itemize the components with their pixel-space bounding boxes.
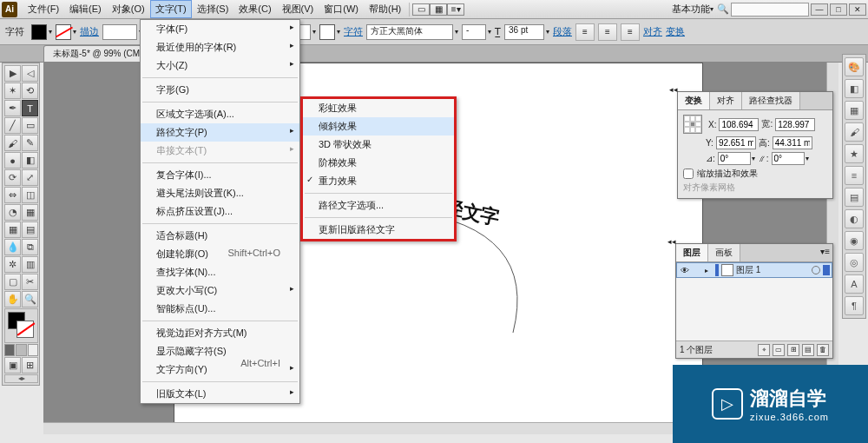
direct-selection-tool[interactable]: ◁ [22,65,38,82]
new-sublayer-icon[interactable]: ⊞ [787,344,799,356]
menu-object[interactable]: 对象(O) [107,0,150,18]
submenu-item[interactable]: 阶梯效果 [303,154,454,172]
screen-mode-icon[interactable]: ▦ [430,3,447,16]
stroke-icon[interactable]: ≡ [845,166,864,185]
font-size-input[interactable]: 36 pt [504,24,544,40]
tab-align[interactable]: 对齐 [710,92,742,109]
eraser-tool[interactable]: ◧ [22,152,38,169]
transparency-icon[interactable]: ◐ [845,209,864,228]
menu-item[interactable]: 字形(G) [141,81,299,99]
menu-type[interactable]: 文字(T) [150,0,192,18]
panel-collapse-icon[interactable]: ◂◂ [669,85,678,94]
brushes-icon[interactable]: 🖌 [845,122,864,142]
layer-row[interactable]: 👁 ▸ 图层 1 [676,262,832,278]
submenu-item[interactable]: 重力效果 [303,172,454,190]
shear-input[interactable] [772,152,805,165]
mesh-tool[interactable]: ▦ [4,222,21,238]
free-transform-tool[interactable]: ◫ [22,187,38,203]
chevron-down-icon[interactable]: ▾ [312,28,316,36]
align-right-icon[interactable]: ≡ [621,23,640,41]
blob-brush-tool[interactable]: ● [4,152,21,169]
eyedropper-tool[interactable]: 💧 [4,239,21,255]
scale-tool[interactable]: ⤢ [22,169,38,186]
workspace-label[interactable]: 基本功能 [672,3,710,16]
menu-item[interactable]: 旧版文本(L) [141,385,299,403]
menu-view[interactable]: 视图(V) [277,0,319,18]
rotate-tool[interactable]: ⟳ [4,169,21,186]
blend-tool[interactable]: ⧉ [22,239,38,255]
menu-item[interactable]: 智能标点(U)... [141,300,299,318]
workspace-arrow-icon[interactable]: ▾ [710,5,713,13]
minimize-button[interactable]: — [811,3,828,16]
chevron-down-icon[interactable]: ▾ [49,28,52,36]
menu-dropdown-icon[interactable]: ≡▾ [447,3,464,16]
magic-wand-tool[interactable]: ✶ [4,83,21,99]
make-clipping-icon[interactable]: ▭ [773,344,785,356]
target-icon[interactable] [812,266,820,274]
pen-tool[interactable]: ✒ [4,100,21,116]
menu-item[interactable]: 大小(Z) [141,56,299,75]
delete-layer-icon[interactable]: 🗑 [817,344,829,356]
disclosure-triangle-icon[interactable]: ▸ [705,267,715,274]
panel-menu-icon[interactable]: ▾≡ [818,244,832,261]
menu-item[interactable]: 复合字体(I)... [141,166,299,184]
stroke-link[interactable]: 描边 [80,25,99,38]
symbols-icon[interactable]: ★ [845,144,864,163]
change-screen-tool[interactable]: ⊞ [22,357,38,374]
chevron-down-icon[interactable]: ▾ [455,28,458,36]
character-link[interactable]: 字符 [344,25,363,38]
search-icon[interactable]: 🔍 [717,3,729,15]
submenu-item[interactable]: 更新旧版路径文字 [303,221,454,239]
graphic-styles-icon[interactable]: ◎ [845,253,864,272]
submenu-item[interactable]: 彩虹效果 [303,99,454,117]
menu-window[interactable]: 窗口(W) [319,0,364,18]
chevron-down-icon[interactable]: ▾ [73,28,76,36]
menu-file[interactable]: 文件(F) [23,0,64,18]
hand-tool[interactable]: ✋ [4,291,21,307]
menu-effect[interactable]: 效果(C) [233,0,276,18]
x-input[interactable] [719,118,759,131]
menu-item[interactable]: 更改大小写(C) [141,281,299,300]
new-layer-icon[interactable]: ▤ [802,344,814,356]
document-tab[interactable]: 未标题-5* @ 99% (CM [43,45,149,62]
menu-item[interactable]: 避头尾法则设置(K)... [141,184,299,202]
background-swatch[interactable] [16,321,34,338]
opacity-swatch[interactable] [319,24,335,40]
close-button[interactable]: ✕ [849,3,866,16]
line-tool[interactable]: ╱ [4,117,21,134]
chevron-down-icon[interactable]: ▾ [546,28,549,36]
zoom-tool[interactable]: 🔍 [22,291,38,307]
menu-item[interactable]: 视觉边距对齐方式(M) [141,324,299,342]
panel-collapse-icon[interactable]: ◂◂ [667,237,676,246]
menu-item[interactable]: 显示隐藏字符(S)Alt+Ctrl+I [141,342,299,360]
tools-expand-button[interactable]: ◂▸ [4,374,38,383]
submenu-item[interactable]: 倾斜效果 [303,117,454,136]
menu-item[interactable]: 路径文字(P) [141,123,299,142]
chevron-down-icon[interactable]: ▾ [337,28,340,36]
tab-pathfinder[interactable]: 路径查找器 [742,92,800,109]
selection-tool[interactable]: ▶ [4,65,21,82]
layer-name[interactable]: 图层 1 [736,264,760,276]
tab-artboards[interactable]: 画板 [708,244,740,261]
graph-tool[interactable]: ▥ [22,256,38,273]
submenu-item[interactable]: 3D 带状效果 [303,136,454,154]
fill-swatch[interactable] [31,24,47,40]
stroke-weight-input[interactable] [102,24,137,40]
arrange-docs-icon[interactable]: ▭ [412,3,430,16]
tab-transform[interactable]: 变换 [678,92,710,109]
artboard-tool[interactable]: ▢ [4,274,21,290]
submenu-item[interactable]: 路径文字选项... [303,196,454,215]
transform-link[interactable]: 变换 [666,25,685,38]
lasso-tool[interactable]: ⟲ [22,83,38,99]
stroke-swatch[interactable] [56,24,71,40]
color-box[interactable] [4,308,38,343]
font-style-input[interactable]: - [462,24,486,40]
scale-strokes-checkbox[interactable] [683,169,694,179]
gradient-icon[interactable]: ▤ [845,188,864,207]
align-center-icon[interactable]: ≡ [598,23,617,41]
menu-item[interactable]: 标点挤压设置(J)... [141,202,299,221]
width-tool[interactable]: ⇔ [4,187,21,203]
menu-item[interactable]: 区域文字选项(A)... [141,105,299,123]
align-link[interactable]: 对齐 [643,25,662,38]
angle-input[interactable] [718,152,751,165]
